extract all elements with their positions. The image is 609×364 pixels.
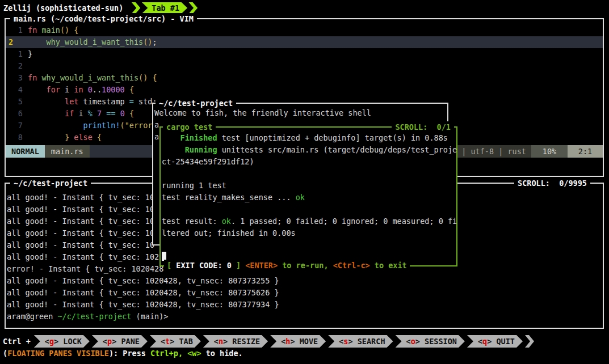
text-segment: timestamp: [78, 97, 129, 106]
text-segment: all good! - Instant { tv_sec: 10: [7, 217, 154, 226]
text-segment: i: [74, 109, 87, 118]
text-segment: ct-25434e59f291df12): [162, 157, 254, 166]
text-segment: 7: [97, 109, 102, 118]
text-segment: ..: [93, 85, 102, 94]
vim-file-meta: x | utf-8 | rust: [447, 145, 531, 158]
text-segment: main: [41, 26, 60, 35]
text-segment: [: [167, 261, 176, 270]
text-segment: to hide.: [201, 349, 243, 358]
line-number: 3: [6, 72, 28, 84]
text-segment: all good! - Instant { tv_sec: 1020428, t…: [7, 300, 279, 309]
cargo-line: Finished test [unoptimized + debuginfo] …: [162, 132, 456, 144]
text-segment: [162, 133, 180, 142]
vim-cursor-position: 2:1: [568, 145, 603, 158]
text-segment: ==: [106, 109, 115, 118]
text-segment: [93, 109, 97, 118]
text-segment: all good! - Instant { tv_sec: 10: [7, 193, 154, 202]
keybar-segment-text: > LOCK: [54, 337, 82, 346]
line-number: 2: [6, 60, 28, 72]
log-pane-title: ~/c/test-project: [10, 177, 91, 189]
keybar-segment-text: <: [161, 337, 165, 346]
text-segment: 0: [88, 85, 93, 94]
text-segment: [125, 85, 129, 94]
keybar-segment-move[interactable]: <h> MOVE: [270, 335, 326, 348]
cargo-line: ct-25434e59f291df12): [162, 156, 456, 168]
text-segment: (: [120, 121, 125, 130]
code-line: 2: [6, 60, 603, 72]
text-segment: Welcome to fish, the friendly interactiv…: [154, 108, 371, 117]
text-segment: ~/c/test-project: [57, 312, 131, 321]
code-text: let timestamp = std:: [28, 96, 157, 108]
text-segment: all good! - Instant { tv_sec: 1020428, t…: [7, 288, 279, 297]
vim-filename: main.rs: [45, 145, 90, 158]
editor-pane-title: main.rs (~/code/test-project/src) - VIM: [10, 13, 197, 25]
floating-panes-help: (FLOATING PANES VISIBLE): Press Ctrl+p, …: [3, 348, 243, 359]
keybar-segment-lock[interactable]: <g> LOCK: [34, 335, 90, 348]
code-line: 1}: [6, 48, 603, 60]
text-segment: test reality_makes_sense ...: [162, 193, 296, 202]
text-segment: ltered out; finished in 0.00s: [162, 228, 296, 238]
text-segment: test [unoptimized + debuginfo] target(s)…: [217, 133, 448, 142]
tab-label: Tab #1: [152, 3, 179, 12]
text-segment: {: [129, 85, 134, 94]
code-line: 3fn why_would_i_want_this() {: [6, 72, 603, 84]
line-number: 4: [6, 84, 28, 96]
text-segment: (): [60, 26, 69, 35]
vim-mode: NORMAL: [6, 145, 45, 158]
text-segment: all good! - Instant { tv_sec: 10: [7, 205, 154, 214]
keybar-segment-resize[interactable]: <n> RESIZE: [203, 335, 268, 348]
text-segment: {: [129, 109, 134, 118]
text-segment: EXIT CODE: 0: [176, 261, 232, 270]
cargo-float-pane[interactable]: cargo test SCROLL: 0/1 Finished test [un…: [159, 126, 457, 266]
keybar-segment-quit[interactable]: <q> QUIT: [467, 335, 523, 348]
keybar-segment-session[interactable]: <o> SESSION: [396, 335, 465, 348]
text-segment: 10000: [102, 85, 125, 94]
keybar-segment-pane[interactable]: <p> PANE: [92, 335, 148, 348]
cargo-scroll-indicator: SCROLL: 0/1: [392, 121, 454, 133]
text-segment: (: [3, 349, 7, 358]
text-segment: [125, 109, 129, 118]
text-segment: (): [143, 37, 152, 46]
keybar-segment-text: <: [45, 337, 49, 346]
cargo-content: Finished test [unoptimized + debuginfo] …: [161, 128, 456, 263]
cargo-line: running 1 test: [162, 180, 456, 192]
keybar-segment-text: > TAB: [170, 337, 193, 346]
line-number: 2: [6, 36, 28, 48]
text-segment: aram@green: [7, 312, 57, 321]
keybar-segment-text: o: [411, 337, 415, 346]
text-segment: ok: [296, 193, 305, 202]
log-line: all good! - Instant { tv_sec: 1020428, t…: [7, 275, 603, 287]
text-segment: [28, 109, 65, 118]
text-segment: fn: [28, 26, 37, 35]
text-segment: error! - Instant { tv_sec: 1020428: [7, 264, 163, 273]
tab-1[interactable]: Tab #1: [141, 2, 187, 14]
keybar-segment-text: > PANE: [112, 337, 140, 346]
text-segment: =: [129, 97, 134, 106]
cargo-line: [162, 239, 456, 251]
text-segment: to re-run,: [278, 261, 333, 270]
tab-ribbon[interactable]: Tab #1: [131, 2, 198, 14]
text-segment: {: [74, 26, 78, 35]
ribbon-tail-icon: [525, 335, 534, 348]
text-segment: }: [28, 49, 32, 58]
vim-scroll-percent: 10%: [531, 145, 568, 158]
cargo-line: [162, 204, 456, 215]
code-text: for i in 0..10000 {: [28, 84, 134, 96]
keybar-segment-search[interactable]: <s> SEARCH: [328, 335, 393, 348]
text-segment: (main)>: [131, 312, 168, 321]
code-text: } else {: [28, 132, 102, 143]
session-name: Zellij (sophisticated-sun): [3, 2, 123, 14]
text-segment: ;: [152, 37, 157, 46]
keybar-segment-text: <: [478, 337, 482, 346]
line-number: 5: [6, 96, 28, 108]
code-text: fn main() {: [28, 24, 78, 36]
text-segment: }: [65, 133, 69, 142]
text-segment: [148, 73, 152, 82]
text-segment: a: [154, 120, 159, 129]
keybar-segment-tab[interactable]: <t> TAB: [150, 335, 201, 348]
text-segment: {: [97, 133, 102, 142]
cargo-pane-title: cargo test: [163, 121, 216, 133]
text-segment: [28, 133, 65, 142]
keybar-segment-text: t: [165, 337, 170, 346]
text-segment: FLOATING PANES VISIBLE: [7, 349, 109, 358]
